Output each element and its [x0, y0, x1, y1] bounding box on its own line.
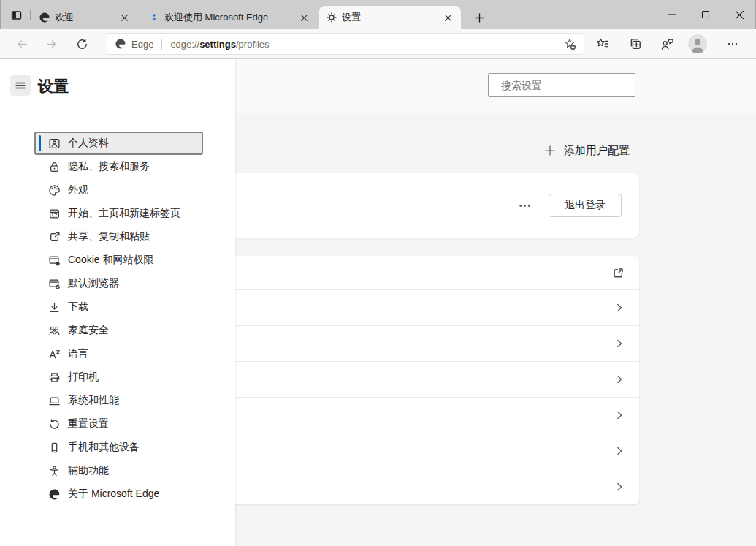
nav-item-accessibility[interactable]: 辅助功能: [34, 459, 203, 482]
settings-and-more-button[interactable]: [722, 34, 743, 54]
favorites-button[interactable]: [592, 34, 613, 54]
phone-devices-icon: [48, 441, 61, 454]
nav-item-label: 系统和性能: [68, 394, 119, 407]
nav-item-label: 开始、主页和新建标签页: [68, 207, 180, 220]
nav-item-label: 默认浏览器: [68, 277, 119, 290]
nav-item-about-edge[interactable]: 关于 Microsoft Edge: [34, 482, 203, 506]
favorites-star-list-icon: [596, 37, 609, 50]
collections-button[interactable]: [625, 34, 646, 54]
avatar-icon: [687, 34, 708, 54]
add-profile-button[interactable]: 添加用户配置: [544, 141, 630, 160]
address-bar[interactable]: Edge edge://settings/profiles: [107, 33, 584, 55]
more-horizontal-icon: [519, 200, 531, 212]
nav-item-label: 重置设置: [68, 417, 109, 431]
cookies-permissions-icon: [48, 254, 61, 267]
nav-item-label: 关于 Microsoft Edge: [68, 488, 159, 501]
tab-welcome[interactable]: 欢迎: [32, 6, 137, 29]
close-icon: [735, 10, 744, 20]
tab-title: 设置: [342, 11, 437, 24]
refresh-button[interactable]: [72, 34, 92, 54]
tab-title: 欢迎: [55, 11, 113, 24]
nav-item-downloads[interactable]: 下载: [34, 295, 203, 319]
share-copy-paste-icon: [48, 231, 61, 243]
settings-search-box[interactable]: [488, 73, 635, 97]
chevron-right-icon: [614, 410, 625, 420]
tab-close-icon[interactable]: [297, 11, 310, 24]
minimize-button[interactable]: [655, 0, 689, 29]
nav-item-label: 家庭安全: [68, 324, 109, 337]
tab-actions-icon: [10, 10, 23, 21]
tab-welcome-to-edge[interactable]: 欢迎使用 Microsoft Edge: [142, 6, 317, 29]
nav-item-cookies-permissions[interactable]: Cookie 和网站权限: [34, 249, 203, 272]
chevron-right-icon: [614, 303, 625, 313]
nav-item-reset-settings[interactable]: 重置设置: [34, 412, 203, 436]
nav-item-label: 语言: [68, 347, 88, 360]
nav-item-label: 个人资料: [68, 137, 109, 150]
url-scheme: edge://: [170, 39, 199, 50]
tab-separator: [140, 10, 140, 20]
chevron-right-icon: [614, 374, 625, 384]
profile-avatar-button[interactable]: [687, 34, 708, 54]
forward-arrow-icon: [45, 38, 58, 50]
nav-item-privacy[interactable]: 隐私、搜索和服务: [34, 155, 203, 178]
nav-item-label: 隐私、搜索和服务: [68, 160, 150, 173]
nav-item-start-home-newtab[interactable]: 开始、主页和新建标签页: [34, 202, 203, 225]
nav-item-share-copy-paste[interactable]: 共享、复制和粘贴: [34, 225, 203, 249]
tab-close-icon[interactable]: [441, 11, 454, 24]
tab-close-icon[interactable]: [118, 11, 131, 24]
minimize-icon: [668, 10, 676, 19]
accessibility-icon: [48, 465, 61, 477]
edge-logo-icon: [115, 38, 126, 50]
menu-toggle-button[interactable]: [10, 75, 31, 96]
default-browser-icon: [48, 278, 61, 290]
plus-icon: [544, 145, 556, 156]
tab-title: 欢迎使用 Microsoft Edge: [164, 11, 293, 24]
reset-icon: [48, 418, 61, 431]
gear-icon: [326, 12, 337, 23]
tab-actions-menu-button[interactable]: [7, 7, 26, 23]
hamburger-icon: [15, 80, 26, 91]
settings-nav: 个人资料 隐私、搜索和服务 外观: [34, 132, 203, 506]
new-tab-plus-icon: [474, 12, 485, 23]
nav-item-label: 辅助功能: [68, 464, 109, 477]
address-separator: [161, 39, 162, 50]
back-button[interactable]: [12, 34, 32, 54]
nav-item-printers[interactable]: 打印机: [34, 365, 203, 389]
maximize-icon: [701, 10, 710, 19]
blue-dots-icon: [148, 12, 160, 23]
close-button[interactable]: [722, 0, 756, 29]
downloads-icon: [48, 301, 61, 314]
forward-button[interactable]: [41, 34, 61, 54]
sign-out-button[interactable]: 退出登录: [549, 194, 622, 217]
edge-logo-icon: [39, 12, 50, 23]
nav-item-system-performance[interactable]: 系统和性能: [34, 389, 203, 412]
edge-logo-icon: [48, 488, 61, 501]
feedback-button[interactable]: [657, 34, 677, 54]
window-controls: [655, 0, 756, 29]
nav-item-family-safety[interactable]: 家庭安全: [34, 319, 203, 342]
tab-settings[interactable]: 设置: [319, 6, 461, 29]
settings-nav-panel: 设置 个人资料 隐私、搜索和服务: [0, 59, 235, 546]
page-title: 设置: [38, 76, 69, 96]
nav-item-label: 手机和其他设备: [68, 441, 140, 454]
nav-item-profiles[interactable]: 个人资料: [34, 132, 203, 155]
new-tab-button[interactable]: [470, 9, 488, 26]
start-home-newtab-icon: [48, 208, 61, 220]
nav-item-languages[interactable]: 语言: [34, 342, 203, 365]
profile-more-button[interactable]: [514, 195, 535, 216]
family-safety-icon: [48, 325, 61, 337]
add-profile-label: 添加用户配置: [564, 144, 630, 158]
titlebar: 欢迎 欢迎使用 Microsoft Edge 设置: [0, 0, 756, 29]
chevron-right-icon: [614, 338, 625, 349]
nav-item-label: 下载: [68, 300, 88, 314]
nav-item-default-browser[interactable]: 默认浏览器: [34, 272, 203, 295]
nav-item-appearance[interactable]: 外观: [34, 178, 203, 202]
person-chat-icon: [660, 37, 674, 51]
printer-icon: [48, 371, 61, 384]
nav-item-phone-devices[interactable]: 手机和其他设备: [34, 436, 203, 459]
refresh-icon: [76, 38, 88, 50]
maximize-button[interactable]: [689, 0, 722, 29]
add-favorite-button[interactable]: [560, 34, 579, 53]
settings-search-input[interactable]: [501, 80, 633, 91]
chevron-right-icon: [614, 446, 625, 456]
